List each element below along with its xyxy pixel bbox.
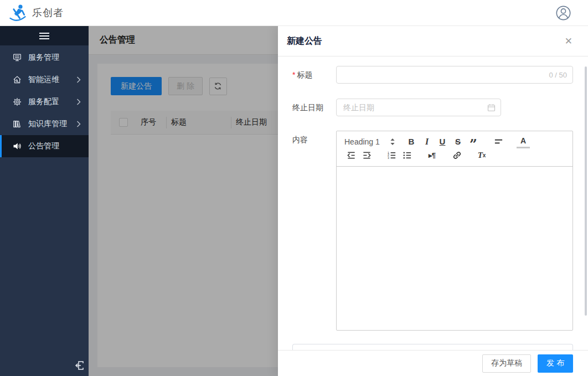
sidebar-item-label: 公告管理 [28, 141, 81, 151]
title-input[interactable] [337, 66, 572, 83]
drawer-footer: 存为草稿 发 布 [278, 350, 588, 376]
sidebar-menu: 服务管理 智能运维 [0, 47, 89, 157]
screen: 乐创者 [0, 0, 588, 376]
home-tools-icon [13, 75, 23, 84]
required-asterisk: * [292, 70, 295, 79]
strike-button[interactable]: S [451, 135, 465, 148]
title-field-row: *标题 0 / 50 [292, 66, 573, 84]
bold-button[interactable]: B [405, 135, 418, 148]
close-icon[interactable]: ✕ [565, 37, 572, 46]
sidebar-collapse-button[interactable] [0, 26, 89, 45]
rich-text-editor: Heading 1 B [336, 131, 573, 331]
blockquote-button[interactable]: ” [467, 135, 480, 148]
save-draft-button[interactable]: 存为草稿 [482, 354, 531, 373]
content-field-label: 内容 [292, 131, 336, 331]
publish-button[interactable]: 发 布 [538, 354, 573, 373]
indent-button[interactable] [360, 149, 373, 162]
char-counter: 0 / 50 [546, 71, 567, 79]
editor-toolbar-row-2: 1 2 3 [344, 148, 567, 162]
brand-logo-icon [8, 3, 28, 23]
end-date-input-wrap [336, 99, 501, 116]
gear-icon [13, 97, 23, 106]
drawer-scrollbar[interactable] [585, 66, 587, 316]
end-date-input[interactable] [337, 99, 501, 116]
text-color-button[interactable]: A [517, 135, 530, 148]
hamburger-icon [39, 31, 49, 41]
sidebar-item-label: 知识库管理 [28, 119, 76, 129]
sidebar-item-knowledge-base[interactable]: 知识库管理 [0, 113, 89, 135]
select-caret-icon [390, 138, 395, 146]
heading-select[interactable]: Heading 1 [344, 137, 395, 146]
sidebar-item-intelligent-ops[interactable]: 智能运维 [0, 69, 89, 91]
sidebar-item-announcements[interactable]: 公告管理 [0, 135, 89, 157]
sidebar-item-label: 服务配置 [28, 97, 76, 107]
underline-button[interactable]: U [436, 135, 449, 148]
drawer-title: 新建公告 [287, 35, 322, 47]
sidebar-item-service-management[interactable]: 服务管理 [0, 47, 89, 69]
topbar: 乐创者 [0, 0, 588, 26]
sidebar: 服务管理 智能运维 [0, 26, 89, 376]
new-announcement-drawer: 新建公告 ✕ *标题 0 / 50 终止日期 [278, 26, 588, 376]
editor-content-area[interactable] [337, 167, 572, 330]
end-date-field-label: 终止日期 [292, 99, 336, 116]
drawer-body: *标题 0 / 50 终止日期 [278, 56, 588, 352]
chevron-right-icon [76, 99, 81, 105]
sidebar-item-service-config[interactable]: 服务配置 [0, 91, 89, 113]
end-date-field-row: 终止日期 [292, 99, 573, 116]
chevron-right-icon [76, 76, 81, 83]
bullet-list-button[interactable] [400, 149, 414, 162]
align-button[interactable] [492, 135, 505, 148]
clear-format-button[interactable]: Tx [475, 149, 488, 162]
brand-name: 乐创者 [32, 6, 64, 19]
svg-text:3: 3 [387, 156, 389, 159]
ordered-list-button[interactable]: 1 2 3 [385, 149, 398, 162]
editor-toolbar-row-1: Heading 1 B [344, 135, 567, 148]
calendar-icon [487, 104, 496, 112]
sidebar-item-label: 服务管理 [28, 53, 81, 63]
title-input-wrap: 0 / 50 [336, 66, 573, 84]
drawer-header: 新建公告 ✕ [278, 26, 588, 56]
editor-toolbar: Heading 1 B [337, 131, 572, 167]
books-icon [13, 120, 23, 128]
italic-button[interactable]: I [420, 135, 434, 148]
content-field-row: 内容 Heading 1 [292, 131, 573, 331]
title-field-label: *标题 [292, 66, 336, 84]
monitor-icon [13, 53, 23, 62]
speaker-icon [13, 142, 23, 151]
outdent-button[interactable] [344, 149, 358, 162]
text-direction-button[interactable]: ▸¶ [425, 149, 439, 162]
sidebar-item-label: 智能运维 [28, 75, 76, 85]
chevron-right-icon [76, 121, 81, 127]
user-avatar-icon[interactable] [555, 5, 571, 21]
link-button[interactable] [450, 149, 463, 162]
logout-icon[interactable] [74, 359, 86, 372]
